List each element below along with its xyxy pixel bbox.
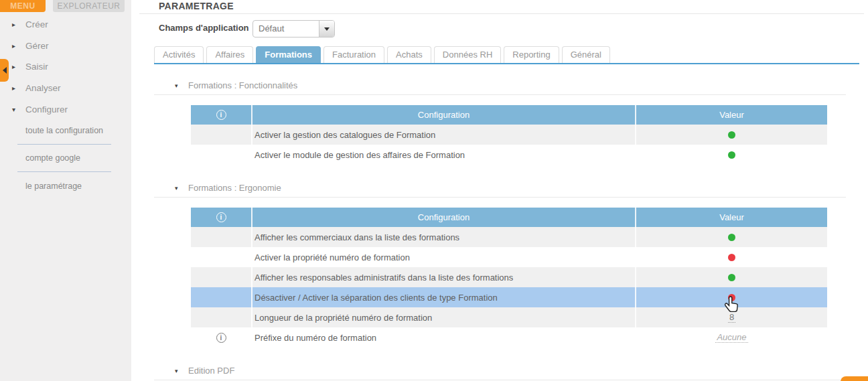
table-row[interactable]: Afficher les commerciaux dans la liste d… <box>191 227 827 247</box>
config-table: iConfigurationValeurAfficher les commerc… <box>191 208 827 348</box>
red-status-dot[interactable] <box>728 294 735 301</box>
dropdown-arrow-button[interactable] <box>319 21 334 37</box>
row-value-cell <box>636 125 827 145</box>
section-header-formations-fonctionnalit-s[interactable]: ▾Formations : Fonctionnalités <box>175 80 297 90</box>
green-status-dot[interactable] <box>728 151 735 159</box>
row-label: Longueur de la propriété numéro de forma… <box>252 307 636 327</box>
section-title: Edition PDF <box>188 366 234 376</box>
row-label: Afficher les responsables administratifs… <box>252 267 636 287</box>
table-header-row: iConfigurationValeur <box>191 208 827 227</box>
row-value-cell <box>636 267 827 287</box>
section-title: Formations : Fonctionnalités <box>188 80 297 90</box>
value-link[interactable]: Aucune <box>715 332 747 343</box>
triangle-right-icon: ▸ <box>12 63 25 70</box>
section-title: Formations : Ergonomie <box>188 183 281 193</box>
sidebar: MENUEXPLORATEUR ▸Créer▸Gérer▸Saisir▸Anal… <box>0 0 131 381</box>
title-divider <box>139 13 864 14</box>
triangle-down-icon: ▾ <box>175 82 188 89</box>
sidebar-tabs: MENUEXPLORATEUR <box>0 0 131 12</box>
corner-action-button[interactable] <box>841 376 868 381</box>
row-label: Préfixe du numéro de formation <box>252 327 636 348</box>
sidebar-subitem-le-param-trage[interactable]: le paramétrage <box>17 172 111 200</box>
table-header-info-cell: i <box>191 208 252 227</box>
scope-dropdown[interactable]: Défaut <box>252 20 335 37</box>
sidebar-tab-explorateur[interactable]: EXPLORATEUR <box>53 0 125 12</box>
tab-g-n-ral[interactable]: Général <box>562 46 610 63</box>
tab-donn-es-rh[interactable]: Données RH <box>434 46 501 63</box>
section-divider <box>154 94 846 95</box>
row-label: Activer le module de gestion des affaire… <box>252 145 636 165</box>
tab-bar: ActivitésAffairesFormationsFacturationAc… <box>154 46 613 64</box>
table-row[interactable]: Désactiver / Activer la séparation des c… <box>191 287 827 307</box>
row-label: Désactiver / Activer la séparation des c… <box>252 287 636 307</box>
triangle-down-icon: ▾ <box>175 185 188 192</box>
table-header-valeur: Valeur <box>636 208 827 227</box>
table-header-valeur: Valeur <box>636 105 827 125</box>
info-icon[interactable]: i <box>216 333 226 343</box>
sidebar-item-label: Gérer <box>25 41 49 51</box>
row-value-cell <box>636 227 827 247</box>
section-header-formations-ergonomie[interactable]: ▾Formations : Ergonomie <box>175 183 281 193</box>
row-value-cell: Aucune <box>636 327 827 348</box>
row-info-cell <box>191 227 252 247</box>
tab-formations[interactable]: Formations <box>256 46 321 63</box>
row-label: Afficher les commerciaux dans la liste d… <box>252 227 636 247</box>
row-info-cell <box>191 247 252 267</box>
green-status-dot[interactable] <box>728 131 735 139</box>
sidebar-item-analyser[interactable]: ▸Analyser <box>0 78 131 99</box>
section-header-edition-pdf[interactable]: ▾Edition PDF <box>175 366 234 376</box>
table-row[interactable]: Activer le module de gestion des affaire… <box>191 145 827 165</box>
row-value-cell: 8 <box>636 307 827 327</box>
sidebar-menu: ▸Créer▸Gérer▸Saisir▸Analyser▾Configurer <box>0 14 131 120</box>
editable-value[interactable]: 8 <box>728 312 735 323</box>
sidebar-item-g-rer[interactable]: ▸Gérer <box>0 35 131 57</box>
tab-underline <box>154 63 859 64</box>
sidebar-subitem-toute-la-configuration[interactable]: toute la configuration <box>17 117 111 145</box>
tab-facturation[interactable]: Facturation <box>323 46 384 63</box>
scope-label: Champs d'application <box>159 23 249 33</box>
sidebar-item-saisir[interactable]: ▸Saisir <box>0 56 131 78</box>
sidebar-item-label: Créer <box>25 19 48 29</box>
triangle-right-icon: ▸ <box>12 84 25 92</box>
red-status-dot[interactable] <box>728 254 735 261</box>
row-info-cell <box>191 145 252 165</box>
triangle-down-icon: ▾ <box>175 368 188 374</box>
info-icon: i <box>216 110 226 120</box>
row-info-cell <box>191 307 252 327</box>
section-divider <box>154 380 846 380</box>
sidebar-item-label: Saisir <box>25 62 48 72</box>
tab-achats[interactable]: Achats <box>387 46 431 63</box>
section-divider <box>154 197 846 198</box>
table-row[interactable]: Activer la gestion des catalogues de For… <box>191 125 827 145</box>
triangle-right-icon: ▸ <box>12 42 25 50</box>
row-value-cell <box>636 287 827 307</box>
table-header-row: iConfigurationValeur <box>191 105 827 125</box>
sidebar-subitem-compte-google[interactable]: compte google <box>17 145 111 172</box>
sidebar-collapse-handle[interactable] <box>0 59 9 82</box>
tab-reporting[interactable]: Reporting <box>504 46 559 63</box>
config-table: iConfigurationValeurActiver la gestion d… <box>191 105 827 165</box>
chevron-down-icon <box>324 27 330 31</box>
chevron-left-icon <box>3 67 7 74</box>
row-info-cell: i <box>191 327 252 348</box>
green-status-dot[interactable] <box>728 274 735 281</box>
sidebar-tab-menu[interactable]: MENU <box>0 0 46 12</box>
table-row[interactable]: Activer la propriété numéro de formation <box>191 247 827 267</box>
tab-affaires[interactable]: Affaires <box>206 46 253 63</box>
triangle-down-icon: ▾ <box>12 106 25 113</box>
row-info-cell <box>191 125 252 145</box>
sidebar-submenu: toute la configurationcompte googlele pa… <box>17 117 111 200</box>
sidebar-item-cr-er[interactable]: ▸Créer <box>0 14 131 35</box>
table-row[interactable]: Longueur de la propriété numéro de forma… <box>191 307 827 327</box>
row-info-cell <box>191 287 252 307</box>
table-row[interactable]: iPréfixe du numéro de formationAucune <box>191 327 827 348</box>
tab-activit-s[interactable]: Activités <box>154 46 204 63</box>
info-icon: i <box>216 212 226 222</box>
row-value-cell <box>636 247 827 267</box>
triangle-right-icon: ▸ <box>12 21 25 28</box>
table-row[interactable]: Afficher les responsables administratifs… <box>191 267 827 287</box>
row-label: Activer la gestion des catalogues de For… <box>252 125 636 145</box>
page-title: PARAMETRAGE <box>159 1 234 11</box>
green-status-dot[interactable] <box>728 234 735 241</box>
table-header-configuration: Configuration <box>252 105 636 125</box>
